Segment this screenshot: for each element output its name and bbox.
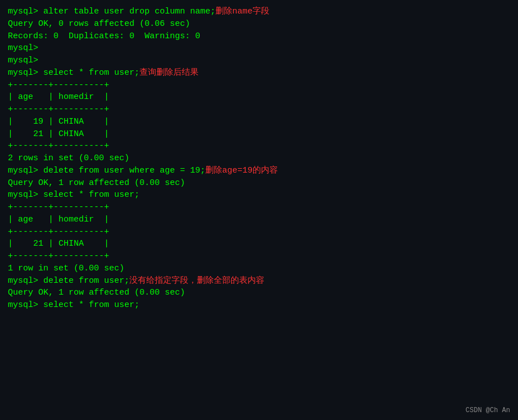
terminal-line-l28: Query OK, 1 row affected (0.00 sec) [8, 287, 510, 299]
terminal-text: mysql> [8, 300, 43, 310]
terminal-text: Records: 0 Duplicates: 0 Warnings: 0 [8, 31, 200, 41]
terminal-line-l25: 1 row in set (0.00 sec) [8, 263, 510, 275]
terminal-text: +-------+----------+ [8, 227, 109, 237]
terminal-text: mysql> [8, 276, 43, 286]
terminal-text: Query OK, 1 row affected (0.00 sec) [8, 288, 185, 297]
watermark: CSDN @Ch An [466, 406, 510, 416]
terminal-line-l13: +-------+----------+ [8, 140, 510, 152]
terminal-text: delete from user where age = 19; [43, 166, 205, 175]
terminal-line-l5: mysql> [8, 42, 510, 55]
terminal-line-l17: Query OK, 1 row affected (0.00 sec) [8, 177, 510, 189]
terminal-line-l12: | 21 | CHINA | [8, 128, 510, 141]
terminal-line-l11: | 19 | CHINA | [8, 116, 510, 128]
terminal-line-l22: +-------+----------+ [8, 226, 510, 238]
terminal-text: | 21 | CHINA | [8, 129, 109, 139]
terminal-text: select * from user; [43, 190, 139, 200]
terminal-text: mysql> [8, 68, 43, 78]
terminal-text: 2 rows in set (0.00 sec) [8, 153, 129, 163]
terminal-text: 删除age=19的内容 [205, 166, 278, 175]
terminal-text: | age | homedir | [8, 92, 109, 102]
terminal-line-l10: +-------+----------+ [8, 103, 510, 116]
terminal-line-l2: Query OK, 0 rows affected (0.06 sec) [8, 18, 510, 30]
terminal-output: mysql> alter table user drop column name… [8, 6, 510, 311]
terminal-text: Query OK, 0 rows affected (0.06 sec) [8, 19, 190, 29]
terminal-line-l20: +-------+----------+ [8, 201, 510, 214]
terminal-text: select * from user; [43, 68, 139, 78]
terminal-line-l9: | age | homedir | [8, 91, 510, 103]
terminal-text: mysql> [8, 43, 43, 53]
terminal-text: +-------+----------+ [8, 251, 109, 261]
terminal-text: 1 row in set (0.00 sec) [8, 264, 124, 273]
terminal-text: 没有给指定字段，删除全部的表内容 [129, 276, 264, 286]
terminal-text: delete from user; [43, 276, 129, 286]
terminal-text: Query OK, 1 row affected (0.00 sec) [8, 178, 185, 188]
terminal-line-l14: 2 rows in set (0.00 sec) [8, 152, 510, 165]
terminal-window: mysql> alter table user drop column name… [8, 6, 510, 414]
terminal-line-l7: mysql> select * from user;查询删除后结果 [8, 67, 510, 79]
terminal-text: +-------+----------+ [8, 105, 109, 114]
terminal-text: | age | homedir | [8, 215, 109, 224]
terminal-line-l1: mysql> alter table user drop column name… [8, 6, 510, 18]
terminal-text: mysql> [8, 7, 43, 16]
terminal-line-l27: mysql> delete from user;没有给指定字段，删除全部的表内容 [8, 275, 510, 287]
terminal-text: mysql> [8, 190, 43, 200]
terminal-text: alter table user drop column name; [43, 7, 215, 16]
terminal-line-l24: +-------+----------+ [8, 250, 510, 263]
terminal-text: | 21 | CHINA | [8, 239, 109, 249]
terminal-text: mysql> [8, 56, 43, 65]
terminal-text: | 19 | CHINA | [8, 117, 109, 127]
terminal-line-l19: mysql> select * from user; [8, 189, 510, 201]
terminal-text: +-------+----------+ [8, 141, 109, 151]
terminal-line-l30: mysql> select * from user; [8, 299, 510, 311]
terminal-line-l8: +-------+----------+ [8, 79, 510, 92]
terminal-line-l23: | 21 | CHINA | [8, 238, 510, 250]
terminal-text: 查询删除后结果 [139, 68, 199, 78]
terminal-text: select * from user; [43, 300, 139, 310]
terminal-line-l21: | age | homedir | [8, 214, 510, 226]
terminal-line-l6: mysql> [8, 55, 510, 67]
terminal-text: 删除name字段 [215, 7, 269, 16]
terminal-text: +-------+----------+ [8, 202, 109, 212]
terminal-line-l16: mysql> delete from user where age = 19;删… [8, 165, 510, 177]
terminal-text: mysql> [8, 166, 43, 175]
terminal-text: +-------+----------+ [8, 80, 109, 90]
terminal-line-l3: Records: 0 Duplicates: 0 Warnings: 0 [8, 30, 510, 43]
